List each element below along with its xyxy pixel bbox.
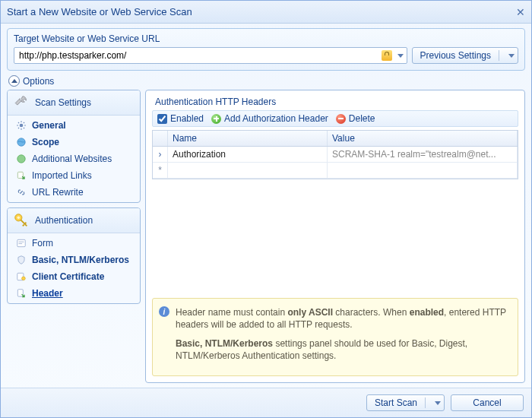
- panel-body-auth: Form Basic, NTLM/Kerberos Client Certifi…: [8, 233, 140, 303]
- svg-point-8: [22, 277, 26, 280]
- link-icon: [15, 186, 27, 198]
- dialog-window: Start a New Website or Web Service Scan …: [0, 0, 532, 418]
- main-panel: Authentication HTTP Headers Enabled Add …: [145, 90, 525, 383]
- start-scan-label: Start Scan: [375, 397, 417, 408]
- chevron-down-icon[interactable]: [508, 54, 515, 58]
- grid-col-value[interactable]: Value: [328, 131, 518, 146]
- info-icon: i: [159, 306, 169, 317]
- add-header-label: Add Authorization Header: [224, 113, 328, 124]
- close-icon[interactable]: ✕: [516, 6, 525, 18]
- delete-header-button[interactable]: Delete: [336, 113, 375, 124]
- panel-header-auth: Authentication: [8, 208, 140, 233]
- panel-scan-settings: Scan Settings General Scope Additional W…: [7, 90, 141, 203]
- cancel-label: Cancel: [473, 397, 501, 408]
- sidebar-item-label: Imported Links: [32, 170, 92, 181]
- sidebar-item-general[interactable]: General: [8, 117, 140, 134]
- import-icon: [15, 169, 27, 182]
- sidebar-item-label: Client Certificate: [32, 271, 104, 282]
- cell-name[interactable]: Authorization: [168, 147, 328, 162]
- sidebar-item-label: Basic, NTLM/Kerberos: [32, 255, 129, 265]
- button-split-sep: [425, 397, 426, 408]
- sidebar-item-label: General: [32, 120, 66, 131]
- start-scan-button[interactable]: Start Scan: [366, 394, 445, 411]
- dialog-body: Scan Settings General Scope Additional W…: [1, 90, 531, 388]
- globe-icon: [15, 136, 27, 148]
- button-split-sep: [499, 50, 499, 61]
- cell-name-empty[interactable]: [168, 163, 328, 178]
- wrench-icon: [12, 93, 30, 112]
- sidebar-item-label: Form: [32, 238, 53, 249]
- target-url-section: Target Website or Web Service URL Previo…: [7, 28, 525, 71]
- document-arrow-icon: [15, 287, 27, 299]
- grid-gutter-header: [153, 131, 168, 146]
- options-label: Options: [23, 76, 54, 87]
- sidebar-item-label: URL Rewrite: [32, 187, 84, 198]
- chevron-up-icon: [8, 75, 20, 87]
- info-line-1: Header name must contain only ASCII char…: [176, 306, 510, 331]
- info-line-2: Basic, NTLM/Kerberos settings panel shou…: [176, 337, 510, 362]
- headers-grid: Name Value › Authorization SCRAM-SHA-1 r…: [152, 130, 518, 179]
- add-header-button[interactable]: Add Authorization Header: [211, 113, 328, 124]
- shield-icon: [15, 254, 27, 266]
- svg-point-0: [20, 124, 24, 128]
- panel-authentication: Authentication Form Basic, NTLM/Kerberos…: [7, 207, 141, 304]
- svg-point-2: [17, 155, 26, 163]
- enabled-label: Enabled: [170, 113, 204, 124]
- target-url-input-wrap[interactable]: [14, 47, 407, 64]
- globe-icon: [15, 153, 27, 165]
- cell-value[interactable]: SCRAM-SHA-1 realm="testrealm@net...: [328, 147, 518, 162]
- panel-header-label: Authentication: [35, 215, 93, 226]
- panel-body-scan: General Scope Additional Websites Import…: [8, 116, 140, 202]
- panel-header-label: Scan Settings: [35, 97, 91, 108]
- sidebar-item-header[interactable]: Header: [8, 285, 140, 302]
- lock-icon: [382, 50, 392, 61]
- gear-icon: [15, 119, 27, 131]
- enabled-checkbox[interactable]: Enabled: [157, 113, 204, 124]
- row-indicator-icon: ›: [153, 147, 168, 162]
- sidebar-item-imported-links[interactable]: Imported Links: [8, 167, 140, 184]
- previous-settings-label: Previous Settings: [420, 50, 491, 61]
- grid-col-name[interactable]: Name: [168, 131, 328, 146]
- titlebar: Start a New Website or Web Service Scan …: [1, 1, 531, 24]
- key-icon: [12, 211, 30, 230]
- panel-header-scan: Scan Settings: [8, 90, 140, 116]
- section-title: Authentication HTTP Headers: [155, 97, 518, 107]
- delete-header-label: Delete: [349, 113, 375, 124]
- sidebar: Scan Settings General Scope Additional W…: [7, 90, 141, 383]
- sidebar-item-label: Scope: [32, 137, 59, 147]
- grid-header-row: Name Value: [153, 131, 518, 147]
- sidebar-item-label: Header: [32, 288, 63, 299]
- target-url-label: Target Website or Web Service URL: [14, 33, 518, 44]
- sidebar-item-client-cert[interactable]: Client Certificate: [8, 268, 140, 285]
- sidebar-item-basic-ntlm[interactable]: Basic, NTLM/Kerberos: [8, 252, 140, 268]
- svg-point-5: [17, 217, 21, 220]
- dialog-footer: Start Scan Cancel: [1, 388, 531, 417]
- info-box: i Header name must contain only ASCII ch…: [152, 298, 518, 376]
- sidebar-item-url-rewrite[interactable]: URL Rewrite: [8, 184, 140, 201]
- table-row[interactable]: › Authorization SCRAM-SHA-1 realm="testr…: [153, 147, 518, 163]
- svg-rect-3: [17, 172, 23, 178]
- sidebar-item-scope[interactable]: Scope: [8, 134, 140, 150]
- new-row-icon: *: [153, 163, 168, 178]
- cell-value-empty[interactable]: [328, 163, 518, 178]
- headers-toolbar: Enabled Add Authorization Header Delete: [152, 110, 518, 127]
- plus-circle-icon: [211, 114, 221, 124]
- minus-circle-icon: [336, 114, 346, 124]
- target-url-row: Previous Settings: [14, 47, 518, 64]
- sidebar-item-additional-websites[interactable]: Additional Websites: [8, 150, 140, 167]
- table-row-new[interactable]: *: [153, 163, 518, 179]
- cancel-button[interactable]: Cancel: [451, 394, 524, 411]
- previous-settings-button[interactable]: Previous Settings: [412, 47, 518, 64]
- dialog-title: Start a New Website or Web Service Scan: [7, 6, 192, 17]
- chevron-down-icon[interactable]: [435, 401, 441, 405]
- sidebar-item-label: Additional Websites: [32, 154, 112, 164]
- certificate-icon: [15, 271, 27, 283]
- options-toggle[interactable]: Options: [8, 75, 524, 87]
- chevron-down-icon[interactable]: [397, 54, 404, 58]
- svg-rect-6: [17, 239, 26, 246]
- target-url-input[interactable]: [19, 50, 379, 61]
- form-icon: [15, 237, 27, 249]
- enabled-checkbox-input[interactable]: [157, 114, 167, 124]
- sidebar-item-form[interactable]: Form: [8, 235, 140, 252]
